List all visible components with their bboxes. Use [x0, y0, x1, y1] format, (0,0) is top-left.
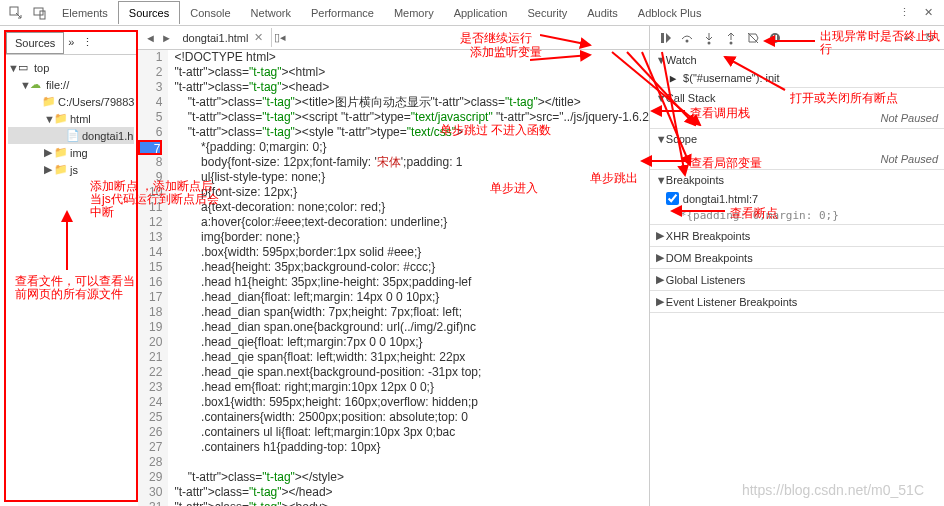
tab-performance[interactable]: Performance	[301, 2, 384, 24]
refresh-icon[interactable]: ↻	[918, 28, 940, 48]
tree-domain[interactable]: ▼☁file://	[8, 76, 134, 93]
close-icon[interactable]: ✕	[918, 3, 938, 23]
code-content[interactable]: <!DOCTYPE html>"t-attr">class="t-tag"><h…	[168, 50, 648, 506]
menu-icon[interactable]: ⋮	[894, 3, 914, 23]
resume-icon[interactable]	[654, 28, 676, 48]
svg-rect-9	[775, 35, 777, 41]
deactivate-bp-icon[interactable]	[742, 28, 764, 48]
tab-application[interactable]: Application	[444, 2, 518, 24]
nav-fwd-icon[interactable]: ►	[158, 32, 174, 44]
tab-security[interactable]: Security	[517, 2, 577, 24]
tab-adblock[interactable]: Adblock Plus	[628, 2, 712, 24]
sources-navigator: Sources » ⋮ ▼▭top ▼☁file:// 📁C:/Users/79…	[4, 30, 138, 502]
close-tab-icon[interactable]: ✕	[254, 31, 263, 44]
devtools-tabs: Elements Sources Console Network Perform…	[0, 0, 944, 26]
tree-file-dongtai[interactable]: 📄dongtai1.h	[8, 127, 134, 144]
code-editor-pane: ◄ ► dongtai1.html✕ ▯◂ 123456789101112131…	[138, 26, 649, 506]
step-into-icon[interactable]	[698, 28, 720, 48]
tab-network[interactable]: Network	[241, 2, 301, 24]
tree-img-folder[interactable]: ▶📁img	[8, 144, 134, 161]
tree-html-folder[interactable]: ▼📁html	[8, 110, 134, 127]
inspect-icon[interactable]	[6, 3, 26, 23]
scope-status: Not Paused	[650, 149, 944, 169]
tab-memory[interactable]: Memory	[384, 2, 444, 24]
debugger-pane: + ↻ ▼Watch ▶ $("#username"): init ▼Call …	[650, 26, 944, 506]
step-out-icon[interactable]	[720, 28, 742, 48]
svg-point-4	[685, 39, 688, 42]
svg-point-5	[707, 41, 710, 44]
line-gutter[interactable]: 1234567891011121314151617181920212223242…	[138, 50, 168, 506]
tree-top[interactable]: ▼▭top	[8, 59, 134, 76]
watch-section[interactable]: ▼Watch	[650, 50, 944, 70]
tab-elements[interactable]: Elements	[52, 2, 118, 24]
svg-point-6	[729, 41, 732, 44]
nav-back-icon[interactable]: ◄	[142, 32, 158, 44]
event-section[interactable]: ▶Event Listener Breakpoints	[650, 291, 944, 312]
svg-rect-8	[773, 35, 775, 41]
step-over-icon[interactable]	[676, 28, 698, 48]
svg-rect-3	[661, 33, 664, 43]
svg-point-7	[770, 33, 780, 43]
tab-sources[interactable]: Sources	[118, 1, 180, 24]
tree-path[interactable]: 📁C:/Users/79883	[8, 93, 134, 110]
breakpoints-section[interactable]: ▼Breakpoints	[650, 170, 944, 190]
file-tab-dongtai[interactable]: dongtai1.html✕	[174, 28, 272, 47]
add-watch-icon[interactable]: +	[896, 28, 918, 48]
breakpoint-item[interactable]: dongtai1.html:7	[650, 190, 944, 207]
global-section[interactable]: ▶Global Listeners	[650, 269, 944, 290]
tree-js-folder[interactable]: ▶📁js	[8, 161, 134, 178]
bp-checkbox[interactable]	[666, 192, 679, 205]
sources-tab[interactable]: Sources	[6, 32, 64, 54]
breakpoint-code: *{padding: 0;margin: 0;}	[650, 207, 944, 224]
watch-item[interactable]: ▶ $("#username"): init	[650, 70, 944, 87]
pause-exceptions-icon[interactable]	[764, 28, 786, 48]
callstack-status: Not Paused	[650, 108, 944, 128]
watermark: https://blog.csdn.net/m0_51C	[742, 482, 924, 498]
toggle-sidebar-icon[interactable]: ▯◂	[272, 31, 288, 44]
callstack-section[interactable]: ▼Call Stack	[650, 88, 944, 108]
device-icon[interactable]	[30, 3, 50, 23]
more-tabs-icon[interactable]: »	[64, 32, 78, 54]
xhr-section[interactable]: ▶XHR Breakpoints	[650, 225, 944, 246]
file-tree: ▼▭top ▼☁file:// 📁C:/Users/79883 ▼📁html 📄…	[6, 55, 136, 182]
dom-section[interactable]: ▶DOM Breakpoints	[650, 247, 944, 268]
tab-console[interactable]: Console	[180, 2, 240, 24]
navigator-menu-icon[interactable]: ⋮	[78, 32, 97, 54]
scope-section[interactable]: ▼Scope	[650, 129, 944, 149]
tab-audits[interactable]: Audits	[577, 2, 628, 24]
